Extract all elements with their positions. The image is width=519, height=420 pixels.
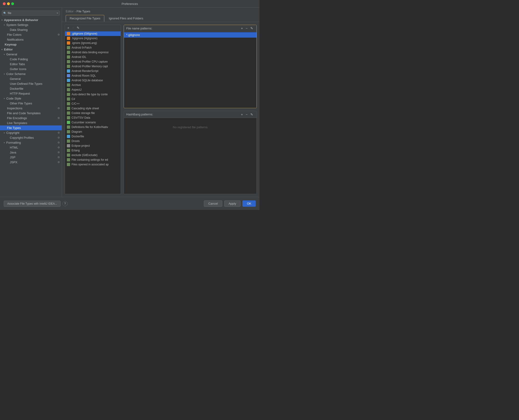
sidebar-item-file-encodings[interactable]: File Encodings⚙ — [0, 116, 62, 120]
sidebar-item-label: HTTP Request — [10, 92, 30, 95]
file-type-item-diagram[interactable]: Diagram — [65, 129, 121, 134]
file-type-item-files-associated[interactable]: Files opened in associated ap — [65, 162, 121, 167]
sidebar-item-label: File Types — [7, 126, 21, 130]
search-clear-icon[interactable]: ✕ — [56, 12, 58, 15]
edit-pattern-button[interactable]: ✎ — [249, 26, 254, 30]
file-type-item-cpp[interactable]: C/C++ — [65, 101, 121, 106]
add-file-type-button[interactable]: + — [66, 26, 70, 30]
hashbang-patterns-section: HashBang patterns: + − ✎ No registered f… — [124, 111, 257, 194]
file-type-item-hgignore[interactable]: .hgignore (HgIgnore) — [65, 36, 121, 41]
sidebar-item-http-request[interactable]: HTTP Request — [0, 91, 62, 96]
sidebar-item-label: Gutter Icons — [10, 67, 26, 71]
bottom-right: Cancel Apply OK — [204, 200, 256, 207]
sidebar-item-other-file-types[interactable]: Other File Types — [0, 101, 62, 106]
file-type-item-gitexclude[interactable]: exclude (GitExclude) — [65, 153, 121, 158]
file-type-item-android-sqlite[interactable]: Android SQLite database — [65, 78, 121, 83]
file-type-item-editor-settings[interactable]: File containing settings for ed — [65, 158, 121, 162]
add-hashbang-button[interactable]: + — [240, 112, 244, 116]
sidebar-item-inspections[interactable]: Inspections⚙ — [0, 106, 62, 111]
apply-button[interactable]: Apply — [224, 200, 241, 207]
sidebar-item-data-sharing[interactable]: Data Sharing — [0, 27, 62, 32]
sidebar-item-file-colors[interactable]: File Colors⚙ — [0, 32, 62, 37]
file-type-item-dockerfile2[interactable]: Dockerfile — [65, 134, 121, 139]
file-type-item-kotlin-native[interactable]: Definitions file for Kotlin/Nativ — [65, 125, 121, 129]
sidebar-item-editor[interactable]: ▾Editor — [0, 47, 62, 52]
help-button[interactable]: ? — [62, 201, 68, 206]
sidebar-item-fmt-html[interactable]: HTML⚙ — [0, 145, 62, 150]
sidebar-item-appearance[interactable]: ▾Appearance & Behavior — [0, 17, 62, 22]
sidebar-item-cs-general[interactable]: General — [0, 76, 62, 81]
file-type-item-drools[interactable]: Drools — [65, 139, 121, 143]
pattern-item[interactable]: *.gitignore — [124, 32, 256, 38]
file-type-item-css[interactable]: Cascading style sheet — [65, 106, 121, 111]
add-pattern-button[interactable]: + — [240, 26, 244, 30]
remove-hashbang-button[interactable]: − — [245, 112, 249, 116]
file-type-item-android-databinding[interactable]: Android data binding expressi — [65, 50, 121, 55]
sidebar-item-label: HTML — [10, 146, 18, 149]
sidebar-item-editor-tabs[interactable]: Editor Tabs — [0, 62, 62, 67]
sidebar-item-keymap[interactable]: Keymap — [0, 42, 62, 47]
sidebar-item-general[interactable]: ▾General — [0, 52, 62, 57]
sidebar-item-code-style[interactable]: ▾Code Style — [0, 96, 62, 101]
file-name-patterns-section: File name patterns: + − ✎ *.gitignore — [124, 25, 257, 108]
file-type-item-android-room-sql[interactable]: Android Room SQL — [65, 73, 121, 78]
sidebar-item-fmt-java[interactable]: Java⚙ — [0, 150, 62, 155]
sidebar-item-file-and-code-templates[interactable]: File and Code Templates — [0, 111, 62, 116]
file-type-item-eclipse-project[interactable]: Eclipse project — [65, 143, 121, 148]
sidebar-item-user-defined-file-types[interactable]: User-Defined File Types — [0, 81, 62, 86]
file-type-item-auto-detect[interactable]: Auto-detect file type by conte — [65, 92, 121, 97]
file-type-item-android-profiler-cpu[interactable]: Android Profiler CPU capture — [65, 59, 121, 64]
sidebar-item-file-types[interactable]: File Types — [0, 125, 62, 130]
file-type-item-aspectj[interactable]: AspectJ — [65, 87, 121, 92]
file-type-item-csharp[interactable]: C# — [65, 97, 121, 101]
file-type-item-gitignore[interactable]: .gitignore (GitIgnore) — [65, 31, 121, 36]
sidebar-item-fmt-jspx[interactable]: JSPX⚙ — [0, 160, 62, 165]
search-box[interactable]: 🔍 ✕ — [2, 10, 60, 16]
maximize-button[interactable] — [11, 2, 14, 5]
sidebar-item-copyright-profiles[interactable]: Copyright Profiles⚙ — [0, 135, 62, 140]
remove-file-type-button[interactable]: − — [71, 26, 75, 30]
file-type-item-android-idl[interactable]: Android IDL — [65, 55, 121, 59]
sidebar-item-live-templates[interactable]: Live Templates — [0, 120, 62, 125]
sidebar-item-dockerfile[interactable]: Dockerfile — [0, 86, 62, 91]
file-type-item-ignore[interactable]: .ignore (IgnoreLang) — [65, 41, 121, 45]
sidebar-item-label: Color Scheme — [6, 72, 25, 76]
edit-file-type-button[interactable]: ✎ — [76, 26, 80, 30]
file-type-label: Eclipse project — [72, 144, 90, 147]
file-type-label: Android Room SQL — [72, 74, 96, 77]
file-type-item-csv-tsv[interactable]: CSV/TSV Data — [65, 115, 121, 120]
sidebar-item-label: General — [10, 77, 21, 81]
file-type-item-android-9patch[interactable]: Android 9-Patch — [65, 45, 121, 50]
file-type-label: Definitions file for Kotlin/Nativ — [72, 125, 108, 129]
sidebar-item-fmt-jsp[interactable]: JSP⚙ — [0, 155, 62, 160]
file-type-item-erlang[interactable]: Erlang — [65, 148, 121, 153]
sidebar-item-copyright[interactable]: ▾Copyright⚙ — [0, 130, 62, 135]
expand-icon: ▾ — [4, 24, 5, 26]
sidebar-item-gutter-icons[interactable]: Gutter Icons — [0, 67, 62, 71]
edit-hashbang-button[interactable]: ✎ — [249, 112, 254, 116]
tab-ignored[interactable]: Ignored Files and Folders — [105, 15, 147, 22]
sidebar-item-notifications[interactable]: Notifications — [0, 37, 62, 42]
expand-icon: ▾ — [4, 98, 5, 100]
associate-file-types-button[interactable]: Associate File Types with IntelliJ IDEA.… — [4, 201, 61, 207]
file-type-item-cucumber[interactable]: Cucumber scenario — [65, 120, 121, 125]
sidebar-item-code-folding[interactable]: Code Folding — [0, 57, 62, 62]
search-icon: 🔍 — [3, 12, 7, 15]
ok-button[interactable]: OK — [242, 200, 256, 207]
sidebar-item-color-scheme[interactable]: ▾Color Scheme — [0, 71, 62, 76]
close-button[interactable] — [3, 2, 6, 5]
search-input[interactable] — [2, 10, 60, 16]
sidebar-item-system-settings[interactable]: ▾System Settings — [0, 22, 62, 27]
minimize-button[interactable] — [7, 2, 10, 5]
sidebar-item-formatting[interactable]: ▾Formatting⚙ — [0, 140, 62, 145]
file-type-item-android-renderscript[interactable]: Android RenderScript — [65, 69, 121, 73]
sidebar-item-label: Code Folding — [10, 58, 28, 61]
remove-pattern-button[interactable]: − — [245, 26, 249, 30]
file-type-item-archive[interactable]: Archive — [65, 83, 121, 87]
tab-recognized[interactable]: Recognized File Types — [66, 15, 104, 22]
badge-icon: ⚙ — [58, 107, 60, 110]
file-type-item-android-profiler-mem[interactable]: Android Profiler Memory capt — [65, 64, 121, 69]
cancel-button[interactable]: Cancel — [204, 200, 222, 207]
file-type-item-cookie-storage[interactable]: Cookie storage file — [65, 111, 121, 115]
sidebar-item-label: Keymap — [5, 43, 17, 46]
